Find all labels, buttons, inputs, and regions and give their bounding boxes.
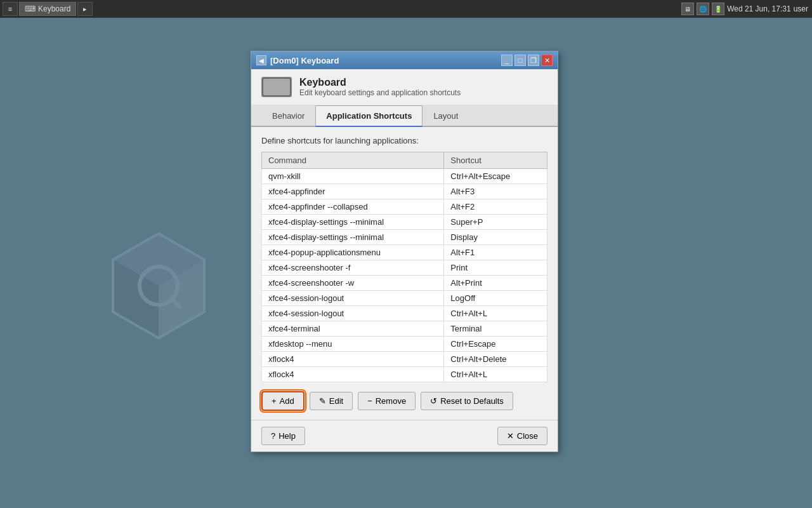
tab-layout[interactable]: Layout [422,105,469,127]
table-row[interactable]: xfce4-appfinder --collapsedAlt+F2 [262,199,547,215]
table-row[interactable]: xfce4-session-logoutLogOff [262,291,547,306]
action-buttons: + Add ✎ Edit − Remove ↺ Reset to Default… [261,391,547,411]
shortcut-cell: Alt+F2 [444,199,547,215]
help-label: Help [278,431,296,441]
window-footer: ? Help ✕ Close [251,420,558,451]
datetime-display: Wed 21 Jun, 17:31 [727,4,791,13]
taskbar-cmd-icon[interactable]: ▸ [77,2,93,16]
shortcut-cell: LogOff [444,291,547,306]
command-cell: xfce4-session-logout [262,291,444,306]
svg-rect-7 [265,80,289,94]
app-subtitle: Edit keyboard settings and application s… [299,88,461,97]
command-cell: xfdesktop --menu [262,337,444,352]
restore-button[interactable]: ❐ [528,55,539,66]
command-cell: xflock4 [262,367,444,382]
svg-rect-16 [281,85,284,88]
window-content: Define shortcuts for launching applicati… [251,127,558,420]
shortcut-cell: Print [444,260,547,276]
keyboard-taskbar-label: Keyboard [38,4,70,13]
close-icon: ✕ [507,431,514,441]
maximize-icon: □ [518,57,523,64]
table-row[interactable]: xflock4Ctrl+Alt+L [262,367,547,382]
command-cell: xfce4-display-settings --minimal [262,230,444,245]
command-cell: xflock4 [262,352,444,367]
reset-icon: ↺ [430,396,437,406]
keyboard-taskbar-icon: ⌨ [25,4,36,13]
command-cell: xfce4-display-settings --minimal [262,215,444,230]
sys-icon-battery: 🔋 [712,3,724,15]
tab-layout-label: Layout [433,111,458,121]
shortcut-cell: Ctrl+Alt+Escape [444,169,547,184]
svg-rect-15 [275,85,280,88]
command-cell: qvm-xkill [262,169,444,184]
shortcut-cell: Ctrl+Alt+Delete [444,352,547,367]
titlebar-left: ◀ [Dom0] Keyboard [256,55,339,65]
command-cell: xfce4-appfinder --collapsed [262,199,444,215]
window-titlebar: ◀ [Dom0] Keyboard _ □ ❐ ✕ [251,51,558,69]
desktop-logo [76,222,241,387]
svg-rect-17 [269,89,284,91]
taskbar-left: ≡ ⌨ Keyboard ▸ [0,2,95,16]
shortcut-cell: Ctrl+Alt+L [444,367,547,382]
svg-rect-8 [266,81,269,84]
shortcut-cell: Super+P [444,215,547,230]
tab-behavior[interactable]: Behavior [261,105,315,127]
command-cell: xfce4-popup-applicationsmenu [262,245,444,260]
taskbar-keyboard-app[interactable]: ⌨ Keyboard [19,2,76,16]
shortcut-cell: Alt+F3 [444,184,547,199]
maximize-button[interactable]: □ [514,55,526,66]
add-label: Add [280,396,294,406]
command-cell: xfce4-terminal [262,321,444,337]
shortcut-cell: Alt+F1 [444,245,547,260]
help-button[interactable]: ? Help [261,427,305,445]
content-description: Define shortcuts for launching applicati… [261,136,547,145]
tab-application-shortcuts[interactable]: Application Shortcuts [315,105,422,127]
user-label: user [794,4,808,13]
minimize-button[interactable]: _ [501,55,513,66]
svg-rect-11 [279,81,282,84]
tabs-bar: Behavior Application Shortcuts Layout [251,105,558,127]
svg-rect-12 [284,81,287,84]
shortcut-cell: Ctrl+Escape [444,337,547,352]
taskbar-right: 🖥 🌐 🔋 Wed 21 Jun, 17:31 user [678,3,812,15]
svg-rect-13 [266,85,269,88]
keyboard-svg [261,77,292,97]
remove-button[interactable]: − Remove [358,392,416,410]
remove-icon: − [367,396,372,406]
shortcut-cell: Terminal [444,321,547,337]
table-row[interactable]: xflock4Ctrl+Alt+Delete [262,352,547,367]
table-row[interactable]: xfce4-display-settings --minimalDisplay [262,230,547,245]
table-row[interactable]: qvm-xkillCtrl+Alt+Escape [262,169,547,184]
table-row[interactable]: xfce4-display-settings --minimalSuper+P [262,215,547,230]
taskbar-menu-icon[interactable]: ≡ [3,2,18,16]
edit-label: Edit [329,396,343,406]
keyboard-window: ◀ [Dom0] Keyboard _ □ ❐ ✕ [251,51,558,452]
table-row[interactable]: xfce4-popup-applicationsmenuAlt+F1 [262,245,547,260]
window-title: [Dom0] Keyboard [270,56,339,65]
add-icon: + [272,396,277,406]
table-row[interactable]: xfce4-appfinderAlt+F3 [262,184,547,199]
command-cell: xfce4-appfinder [262,184,444,199]
table-row[interactable]: xfce4-screenshooter -wAlt+Print [262,276,547,291]
keyboard-app-icon [261,77,292,97]
close-label: Close [517,431,538,441]
column-shortcut-header: Shortcut [444,152,547,169]
svg-rect-9 [270,81,273,84]
close-window-button[interactable]: ✕ [541,55,553,66]
column-command-header: Command [262,152,444,169]
svg-rect-10 [275,81,278,84]
app-title: Keyboard [299,77,461,88]
add-button[interactable]: + Add [261,391,304,411]
table-row[interactable]: xfdesktop --menuCtrl+Escape [262,337,547,352]
window-header-text: Keyboard Edit keyboard settings and appl… [299,77,461,97]
close-button[interactable]: ✕ Close [497,427,547,445]
reset-button[interactable]: ↺ Reset to Defaults [421,392,513,410]
edit-button[interactable]: ✎ Edit [310,392,353,410]
table-row[interactable]: xfce4-session-logoutCtrl+Alt+L [262,306,547,321]
table-row[interactable]: xfce4-terminalTerminal [262,321,547,337]
window-menu-button[interactable]: ◀ [256,55,266,65]
window-controls: _ □ ❐ ✕ [501,55,553,66]
taskbar: ≡ ⌨ Keyboard ▸ 🖥 🌐 🔋 Wed 21 Jun, 17:31 u… [0,0,812,18]
table-row[interactable]: xfce4-screenshooter -fPrint [262,260,547,276]
shortcut-cell: Alt+Print [444,276,547,291]
